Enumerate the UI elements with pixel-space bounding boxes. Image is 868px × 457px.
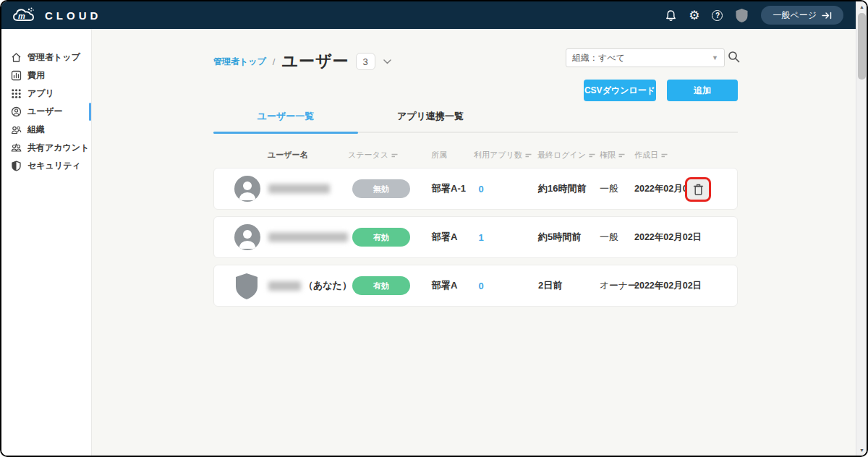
select-caret-icon: ▼ [712,54,718,61]
status-badge: 無効 [352,179,410,198]
sidebar-item-label: アプリ [27,87,54,100]
table-header-row: ユーザー名 ステータス 所属 利用アプリ数 最終ログイン [213,150,738,161]
security-shield-icon [11,161,22,171]
scrollbar-thumb[interactable] [858,13,866,80]
user-name-redacted [268,184,330,194]
sidebar-item-label: セキュリティ [27,160,81,172]
redacted-name-blur [268,233,348,242]
user-avatar [234,273,260,299]
top-navigation-bar: m CLOUD ⚙ ? 一般ページ [1,1,856,29]
main-content-area: 管理者トップ / ユーザー 3 組織：すべて ▼ CSVダウンロード 追加 [92,29,856,456]
sidebar-item-cost[interactable]: 費用 [1,67,91,85]
sidebar-item-label: 共有アカウント [27,142,89,154]
scroll-down-icon[interactable]: ▼ [856,445,867,456]
org-select-value: 組織：すべて [572,52,625,64]
home-icon [11,52,22,63]
last-login-cell: 約16時間前 [538,182,586,195]
tab-bar: ユーザー一覧 アプリ連携一覧 [213,110,738,133]
sidebar-item-organization[interactable]: 組織 [1,121,91,139]
page-title: ユーザー [281,51,349,72]
you-label: （あなた） [304,279,352,292]
help-icon[interactable]: ? [712,10,723,21]
app-logo[interactable]: m CLOUD [12,6,101,25]
created-date-cell: 2022年02月02日 [634,231,702,244]
apps-grid-icon [11,88,22,99]
user-avatar [234,224,260,250]
svg-text:m: m [18,12,25,20]
active-tab-indicator [213,132,358,134]
department-cell: 部署A-1 [432,182,466,195]
app-count-link[interactable]: 0 [473,281,489,291]
breadcrumb-admin-top-link[interactable]: 管理者トップ [213,56,266,68]
breadcrumb-separator: / [273,56,276,67]
sidebar-item-label: 費用 [27,69,45,82]
sidebar-item-shared-accounts[interactable]: 共有アカウント [1,139,91,157]
app-count-link[interactable]: 1 [473,232,489,243]
user-avatar[interactable] [735,8,749,23]
sidebar-item-label: 管理者トップ [27,51,80,64]
column-header-last-login[interactable]: 最終ログイン [537,150,595,161]
user-name-redacted [268,233,348,242]
created-date-cell: 2022年02月02日 [634,280,702,292]
status-badge: 有効 [352,228,410,247]
sort-icon [525,153,532,158]
sidebar-item-security[interactable]: セキュリティ [1,157,91,175]
user-name-redacted: （あなた） [268,279,352,292]
trash-icon [693,184,704,196]
cloud-logo-icon: m [12,6,41,25]
settings-gear-icon[interactable]: ⚙ [689,9,699,22]
search-icon[interactable] [728,51,740,66]
person-avatar-icon [234,176,260,202]
user-circle-icon [11,106,22,117]
scroll-up-icon[interactable]: ▲ [856,1,867,12]
column-header-role[interactable]: 権限 [600,150,625,161]
user-count-badge: 3 [356,53,375,70]
active-item-indicator [89,103,91,121]
sidebar-item-label: 組織 [27,124,45,136]
status-badge: 有効 [352,276,410,295]
role-cell: オーナー [600,279,637,292]
sort-icon [589,153,595,158]
sidebar-item-apps[interactable]: アプリ [1,85,91,103]
tab-app-link-list[interactable]: アプリ連携一覧 [358,110,503,132]
cost-chart-icon [11,70,22,81]
csv-download-button[interactable]: CSVダウンロード [584,80,656,101]
breadcrumb: 管理者トップ / ユーザー 3 [213,51,391,72]
delete-button-highlight[interactable] [685,177,711,202]
role-cell: 一般 [600,182,618,195]
column-header-status[interactable]: ステータス [348,150,398,161]
sort-icon [661,153,668,158]
logo-text: CLOUD [45,9,101,22]
table-row[interactable]: （あなた） 有効 部署A 0 2日前 オーナー 2022年02月02日 [213,265,738,307]
sidebar-navigation: 管理者トップ 費用 アプリ [1,29,92,456]
table-row[interactable]: 有効 部署A 1 約5時間前 一般 2022年02月02日 [213,216,738,258]
shared-accounts-icon [11,142,22,153]
column-header-created-date[interactable]: 作成日 [634,150,668,161]
vertical-scrollbar[interactable]: ▲ ▼ [856,1,867,456]
department-cell: 部署A [432,279,457,292]
shield-avatar-icon [234,273,259,300]
department-cell: 部署A [432,231,457,244]
user-avatar [234,176,260,202]
last-login-cell: 2日前 [538,279,562,292]
add-user-button[interactable]: 追加 [667,80,738,101]
sort-icon [618,153,625,158]
sidebar-item-label: ユーザー [27,106,63,118]
user-table: 無効 部署A-1 0 約16時間前 一般 2022年02月03日 [213,168,738,313]
page-switch-icon [822,12,832,20]
column-header-username: ユーザー名 [268,150,308,161]
redacted-name-blur [268,281,301,291]
tab-user-list[interactable]: ユーザー一覧 [213,110,358,132]
sidebar-item-admin-top[interactable]: 管理者トップ [1,48,91,67]
organization-filter-select[interactable]: 組織：すべて ▼ [566,48,725,67]
table-row[interactable]: 無効 部署A-1 0 約16時間前 一般 2022年02月03日 [213,168,738,210]
column-header-app-count[interactable]: 利用アプリ数 [474,150,532,161]
sidebar-item-users[interactable]: ユーザー [1,103,91,121]
general-page-switch-button[interactable]: 一般ページ [761,6,843,25]
app-count-link[interactable]: 0 [473,184,489,195]
last-login-cell: 約5時間前 [538,231,581,244]
sort-icon [391,153,398,158]
chevron-down-icon[interactable] [383,59,391,64]
page-switch-label: 一般ページ [773,9,817,22]
notifications-bell-icon[interactable] [665,9,676,22]
